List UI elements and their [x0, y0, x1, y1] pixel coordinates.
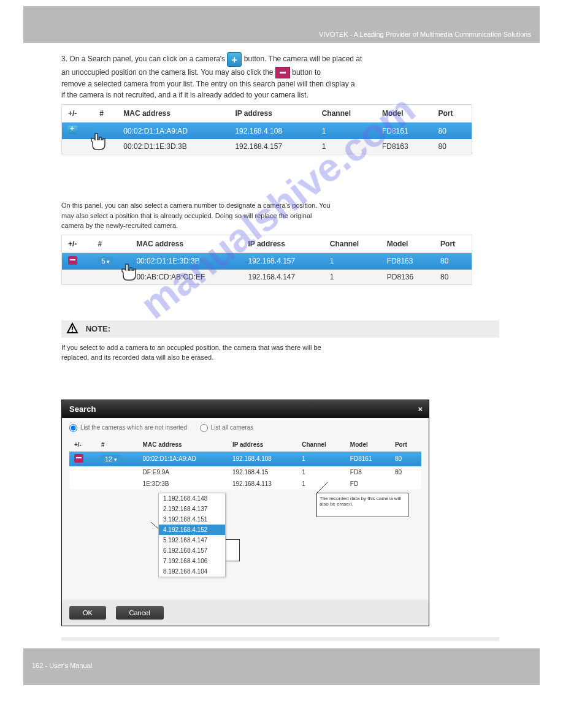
top-banner: VIVOTEK - A Leading Provider of Multimed…	[23, 6, 540, 43]
dropdown-item[interactable]: 4.192.168.4.152	[159, 525, 225, 535]
col-header: Model	[381, 235, 434, 252]
col-header: +/-	[62, 105, 94, 123]
col-header: #	[91, 235, 130, 252]
col-header: Port	[432, 105, 472, 123]
footer-banner: 162 - User's Manual	[23, 648, 540, 685]
dropdown-item[interactable]: 1.192.168.4.148	[159, 493, 225, 504]
header-right: VIVOTEK - A Leading Provider of Multimed…	[319, 31, 531, 38]
col-header: #	[93, 105, 117, 123]
dialog-titlebar: Search ×	[62, 400, 429, 418]
plus-icon[interactable]	[68, 126, 77, 134]
paragraph-2: On this panel, you can also select a cam…	[61, 200, 502, 231]
col-header: Model	[345, 438, 390, 452]
col-header: MAC address	[130, 235, 242, 252]
radio-not-inserted[interactable]: List the cameras which are not inserted	[69, 424, 187, 431]
radio-all[interactable]: List all cameras	[200, 424, 253, 431]
table-row[interactable]: 00:02:D1:1E:3D:3B192.168.4.1571FD816380	[62, 139, 472, 154]
footer-left: 162 - User's Manual	[32, 662, 92, 669]
col-header: IP address	[229, 105, 315, 123]
position-chip[interactable]: 12	[101, 455, 121, 463]
table-row[interactable]: DF:E9:9A192.168.4.151FD880	[69, 466, 421, 478]
note-bar: NOTE:	[61, 320, 499, 338]
ok-button[interactable]: OK	[69, 606, 106, 620]
dropdown-item[interactable]: 3.192.168.4.151	[159, 514, 225, 525]
plus-icon	[227, 52, 242, 67]
hand-cursor-icon	[86, 130, 112, 154]
table-row[interactable]: 1200:02:D1:1A:A9:AD192.168.4.1081FD81618…	[69, 451, 421, 466]
svg-point-1	[72, 330, 73, 332]
col-header: +/-	[69, 438, 96, 452]
dropdown-item[interactable]: 5.192.168.4.147	[159, 535, 225, 545]
dropdown-item[interactable]: 2.192.168.4.137	[159, 504, 225, 514]
minus-icon[interactable]	[68, 256, 77, 265]
warning-icon	[66, 322, 79, 336]
col-header: Model	[376, 105, 432, 123]
col-header: MAC address	[138, 438, 228, 452]
col-header: IP address	[228, 438, 297, 452]
position-chip[interactable]: 5	[98, 257, 113, 265]
position-dropdown[interactable]: 1.192.168.4.1482.192.168.4.1373.192.168.…	[158, 493, 226, 577]
col-header: #	[96, 438, 138, 452]
radio-row: List the cameras which are not inserted …	[69, 424, 421, 432]
minus-icon[interactable]	[74, 454, 83, 463]
paragraph-1: 3. On a Search panel, you can click on a…	[61, 52, 502, 100]
dropdown-item[interactable]: 6.192.168.4.157	[159, 545, 225, 556]
section-separator	[61, 637, 499, 641]
callout-erase: The recorded data by this camera will al…	[316, 493, 408, 517]
col-header: Port	[434, 235, 472, 252]
table-row[interactable]: 1E:3D:3B192.168.4.1131FD	[69, 478, 421, 490]
col-header: +/-	[62, 235, 92, 252]
camera-table-1: +/-#MAC addressIP addressChannelModelPor…	[61, 104, 472, 154]
minus-icon	[275, 67, 290, 78]
dialog-table: +/-#MAC addressIP addressChannelModelPor…	[69, 438, 421, 490]
dropdown-item[interactable]: 8.192.168.4.104	[159, 566, 225, 577]
table-row[interactable]: 00:02:D1:1A:A9:AD192.168.4.1081FD816180	[62, 123, 472, 140]
note-body: If you select to add a camera to an occu…	[61, 343, 502, 363]
col-header: Port	[390, 438, 421, 452]
search-dialog: Search × List the cameras which are not …	[61, 400, 429, 626]
dialog-footer: OK Cancel	[62, 600, 429, 626]
col-header: Channel	[297, 438, 345, 452]
cancel-button[interactable]: Cancel	[116, 606, 164, 620]
hand-cursor-icon	[117, 260, 142, 285]
col-header: IP address	[242, 235, 323, 252]
col-header: Channel	[316, 105, 376, 123]
dropdown-item[interactable]: 7.192.168.4.106	[159, 556, 225, 566]
svg-line-2	[316, 482, 327, 493]
close-icon[interactable]: ×	[418, 404, 423, 414]
col-header: MAC address	[117, 105, 229, 123]
col-header: Channel	[324, 235, 381, 252]
note-title: NOTE:	[86, 324, 110, 333]
